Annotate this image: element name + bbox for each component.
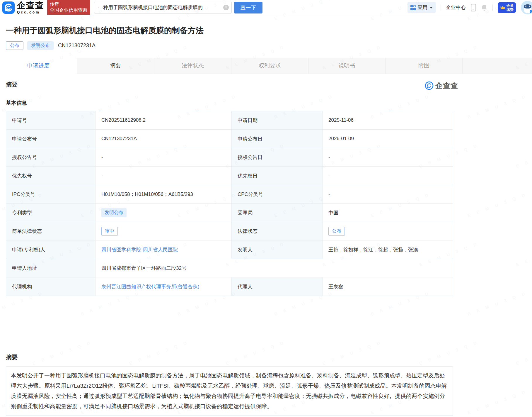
field-value: 发明公布 bbox=[96, 204, 232, 222]
field-label: 优先权号 bbox=[6, 167, 96, 185]
search-input-wrap[interactable]: ✕ bbox=[94, 2, 232, 13]
table-row: 申请(专利权)人 四川省医学科学院·四川省人民医院 发明人 王艳，徐如祥，徐江，… bbox=[6, 240, 453, 259]
field-label: 简单法律状态 bbox=[6, 222, 96, 240]
top-navbar: 企查查 Qcc.com 传奇 全国企业信用查询 ✕ 查一下 应用 bbox=[0, 0, 532, 15]
patent-title: 一种用于圆弧形脑机接口电池的固态电解质膜的制备方法 bbox=[6, 25, 526, 36]
table-row: 专利类型 发明公布 受理局 中国 bbox=[6, 204, 453, 222]
field-value: H01M10/058；H01M10/056；A61B5/293 bbox=[96, 185, 232, 204]
field-label: 申请公布日 bbox=[232, 130, 323, 148]
table-row: 简单法律状态 审中 法律状态 公布 bbox=[6, 222, 453, 240]
svg-text:©: © bbox=[530, 10, 532, 13]
logo-en-text: Qcc.com bbox=[17, 11, 44, 14]
section-heading-abstract: 摘要 bbox=[6, 81, 18, 89]
divider bbox=[441, 4, 441, 11]
field-label: CPC分类号 bbox=[232, 185, 323, 204]
tab-bar: 申请进度 摘要 法律状态 权利要求 说明书 附图 bbox=[0, 58, 532, 74]
qcc-watermark-text: 企查查 bbox=[435, 81, 458, 90]
field-value: 四川省医学科学院·四川省人民医院 bbox=[96, 240, 232, 259]
section-heading-abstract-text: 摘要 bbox=[6, 353, 18, 361]
field-label: 专利类型 bbox=[6, 204, 96, 222]
field-label: 申请号 bbox=[6, 111, 96, 130]
publication-number: CN121307231A bbox=[58, 43, 96, 49]
type-badge-invention-publication: 发明公布 bbox=[27, 41, 54, 50]
simple-legal-status-badge: 审中 bbox=[101, 227, 118, 236]
abstract-text-box: 本发明公开了一种用于圆弧形脑机接口电池的固态电解质膜的制备方法，属于电池固态电解… bbox=[6, 366, 453, 416]
member-label-line1: 会员 bbox=[507, 4, 514, 8]
tab-abstract[interactable]: 摘要 bbox=[77, 58, 154, 74]
abstract-text: 本发明公开了一种用于圆弧形脑机接口电池的固态电解质膜的制备方法，属于电池固态电解… bbox=[11, 372, 447, 409]
crown-icon bbox=[500, 5, 505, 10]
legal-status-badge: 公布 bbox=[328, 227, 345, 236]
field-label: 申请公布号 bbox=[6, 130, 96, 148]
field-value: 王泉鑫 bbox=[323, 277, 453, 296]
field-label: 申请(专利权)人 bbox=[6, 240, 96, 259]
field-label: 申请人地址 bbox=[6, 259, 96, 277]
field-value: 公布 bbox=[323, 222, 453, 240]
section-heading-basic-info: 基本信息 bbox=[6, 99, 526, 106]
tab-application-progress[interactable]: 申请进度 bbox=[0, 58, 77, 74]
table-row: 申请公布号 CN121307231A 申请公布日 2026-01-09 bbox=[6, 130, 453, 148]
field-label: 优先权日 bbox=[232, 167, 323, 185]
tab-bar-filler bbox=[462, 58, 532, 74]
nav-apps-label: 应用 bbox=[417, 4, 427, 11]
field-value: 四川省成都市青羊区一环路西二段32号 bbox=[96, 259, 453, 277]
brand-slogan-line2: 全国企业信用查询 bbox=[50, 7, 87, 13]
qcc-logo-wordmark[interactable]: 企查查 Qcc.com bbox=[17, 1, 44, 14]
agency-link[interactable]: 泉州晋江图曲知识产权代理事务所(普通合伙) bbox=[101, 284, 199, 289]
field-label: 代理人 bbox=[232, 277, 323, 296]
tab-figures[interactable]: 附图 bbox=[385, 58, 462, 74]
table-row: 优先权号 - 优先权日 - bbox=[6, 167, 453, 185]
field-value: - bbox=[323, 185, 453, 204]
field-label: IPC分类号 bbox=[6, 185, 96, 204]
clear-search-icon[interactable]: ✕ bbox=[223, 5, 229, 10]
navbar-right: 应用 企业中心 会员 续费 bbox=[407, 1, 532, 14]
basic-info-table: 申请号 CN202511612908.2 申请日期 2025-11-06 申请公… bbox=[6, 111, 453, 296]
qcc-logo-icon[interactable] bbox=[2, 1, 15, 14]
qcc-watermark-logo: 企查查 bbox=[425, 81, 458, 90]
field-value: 泉州晋江图曲知识产权代理事务所(普通合伙) bbox=[96, 277, 232, 296]
apps-grid-icon bbox=[410, 5, 416, 10]
field-value: 王艳，徐如祥，徐江，徐超，张扬，张澳 bbox=[323, 240, 453, 259]
applicant-link[interactable]: 四川省医学科学院·四川省人民医院 bbox=[101, 247, 178, 252]
field-value: - bbox=[96, 167, 232, 185]
member-renewal-button[interactable]: 会员 续费 bbox=[498, 2, 516, 13]
mobile-phone-icon[interactable] bbox=[471, 4, 476, 11]
brand-slogan-line1: 传奇 bbox=[50, 1, 87, 7]
logo-cn-text: 企查查 bbox=[17, 1, 44, 10]
member-label-line2: 续费 bbox=[507, 8, 514, 12]
field-value: CN121307231A bbox=[96, 130, 232, 148]
field-value: - bbox=[323, 167, 453, 185]
search-input[interactable] bbox=[98, 5, 221, 11]
field-label: 法律状态 bbox=[232, 222, 323, 240]
field-value: CN202511612908.2 bbox=[96, 111, 232, 130]
tab-claims[interactable]: 权利要求 bbox=[231, 58, 308, 74]
user-avatar[interactable]: © bbox=[521, 1, 532, 14]
patent-type-badge: 发明公布 bbox=[101, 208, 127, 217]
qcc-watermark-icon bbox=[425, 81, 434, 90]
divider bbox=[492, 4, 493, 11]
field-value: 审中 bbox=[96, 222, 232, 240]
field-label: 受理局 bbox=[232, 204, 323, 222]
tab-description[interactable]: 说明书 bbox=[308, 58, 385, 74]
search-button[interactable]: 查一下 bbox=[234, 2, 262, 13]
field-label: 发明人 bbox=[232, 240, 323, 259]
tab-legal-status[interactable]: 法律状态 bbox=[154, 58, 231, 74]
patent-tag-row: 公布 发明公布 CN121307231A bbox=[6, 41, 526, 50]
table-row: 申请号 CN202511612908.2 申请日期 2025-11-06 bbox=[6, 111, 453, 130]
field-value: 2025-11-06 bbox=[323, 111, 453, 130]
field-value: 中国 bbox=[323, 204, 453, 222]
field-label: 授权公告日 bbox=[232, 148, 323, 167]
nav-apps-menu[interactable]: 应用 bbox=[407, 2, 436, 13]
notification-bell-icon[interactable] bbox=[481, 4, 487, 11]
field-value: - bbox=[96, 148, 232, 167]
brand-slogan-badge: 传奇 全国企业信用查询 bbox=[47, 0, 90, 15]
field-value: - bbox=[323, 148, 453, 167]
nav-enterprise-center[interactable]: 企业中心 bbox=[446, 4, 466, 11]
search-bar: ✕ 查一下 bbox=[94, 2, 262, 13]
chevron-down-icon bbox=[430, 7, 433, 9]
table-row: 申请人地址 四川省成都市青羊区一环路西二段32号 bbox=[6, 259, 453, 277]
field-label: 申请日期 bbox=[232, 111, 323, 130]
table-row: IPC分类号 H01M10/058；H01M10/056；A61B5/293 C… bbox=[6, 185, 453, 204]
status-badge-publication: 公布 bbox=[6, 41, 23, 50]
table-row: 授权公告号 - 授权公告日 - bbox=[6, 148, 453, 167]
